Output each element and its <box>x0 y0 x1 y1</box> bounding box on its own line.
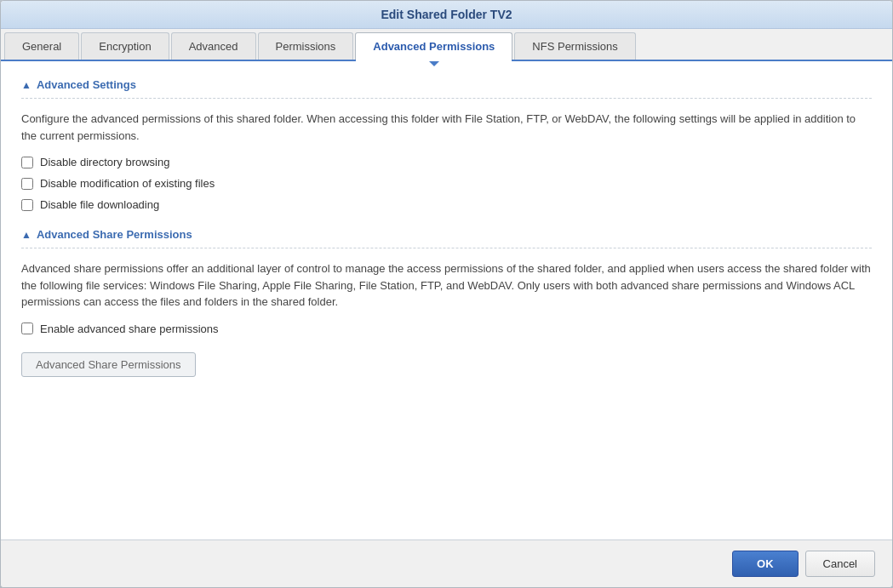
tab-active-arrow <box>429 61 439 66</box>
ok-button[interactable]: OK <box>732 551 799 577</box>
disable-modification-checkbox[interactable] <box>21 178 33 190</box>
content-area: ▲ Advanced Settings Configure the advanc… <box>1 61 892 539</box>
tab-general[interactable]: General <box>4 32 79 60</box>
tab-permissions[interactable]: Permissions <box>258 32 354 60</box>
tab-advanced-permissions[interactable]: Advanced Permissions <box>355 32 512 60</box>
advanced-share-permissions-section: ▲ Advanced Share Permissions Advanced sh… <box>21 228 872 377</box>
enable-adv-share-checkbox[interactable] <box>21 323 33 334</box>
cancel-button[interactable]: Cancel <box>805 551 875 577</box>
section-divider-2 <box>21 248 872 248</box>
checkbox-row-browsing: Disable directory browsing <box>21 156 872 168</box>
advanced-settings-section: ▲ Advanced Settings Configure the advanc… <box>21 78 872 211</box>
dialog-title: Edit Shared Folder TV2 <box>1 1 892 29</box>
advanced-share-permissions-description: Advanced share permissions offer an addi… <box>21 260 872 311</box>
chevron-icon-2: ▲ <box>21 229 31 241</box>
section-divider-1 <box>21 98 872 99</box>
dialog-footer: OK Cancel <box>1 539 892 587</box>
chevron-icon: ▲ <box>21 79 31 91</box>
dialog: Edit Shared Folder TV2 General Encryptio… <box>0 0 893 588</box>
disable-modification-label: Disable modification of existing files <box>40 177 215 190</box>
advanced-settings-description: Configure the advanced permissions of th… <box>21 111 872 144</box>
tab-encryption[interactable]: Encryption <box>81 32 169 60</box>
advanced-share-permissions-title: Advanced Share Permissions <box>37 228 192 241</box>
tabs-bar: General Encryption Advanced Permissions … <box>1 29 892 61</box>
checkbox-row-modification: Disable modification of existing files <box>21 177 872 190</box>
tab-advanced[interactable]: Advanced <box>171 32 256 60</box>
advanced-share-permissions-header: ▲ Advanced Share Permissions <box>21 228 872 241</box>
tab-nfs-permissions[interactable]: NFS Permissions <box>514 32 635 60</box>
disable-browsing-label: Disable directory browsing <box>40 156 169 168</box>
advanced-settings-title: Advanced Settings <box>37 78 136 91</box>
disable-downloading-label: Disable file downloading <box>40 198 159 211</box>
enable-adv-share-label: Enable advanced share permissions <box>40 323 219 335</box>
disable-browsing-checkbox[interactable] <box>21 157 33 168</box>
checkbox-row-downloading: Disable file downloading <box>21 198 872 211</box>
advanced-settings-header: ▲ Advanced Settings <box>21 78 872 91</box>
disable-downloading-checkbox[interactable] <box>21 199 33 211</box>
advanced-share-permissions-button[interactable]: Advanced Share Permissions <box>21 352 196 377</box>
checkbox-row-enable-adv-share: Enable advanced share permissions <box>21 323 872 335</box>
